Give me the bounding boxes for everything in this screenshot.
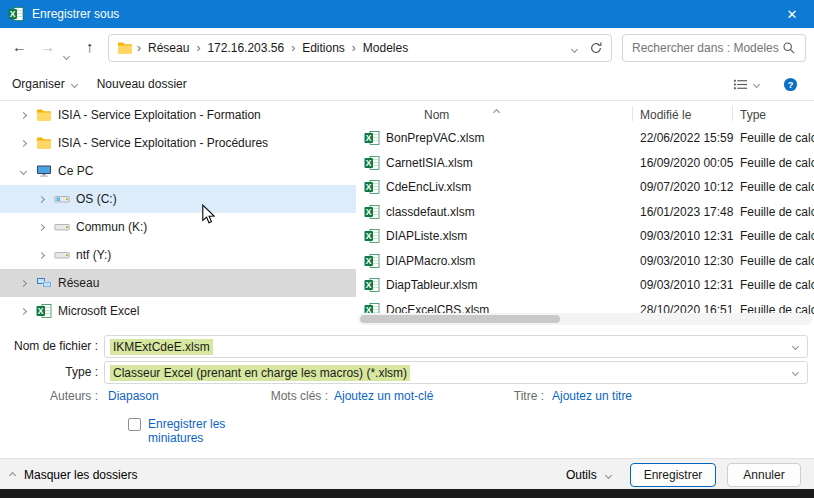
save-thumbnails-label: Enregistrer les miniatures xyxy=(148,417,242,445)
column-divider xyxy=(632,106,633,121)
chevron-right-icon[interactable] xyxy=(16,141,30,146)
excel-file-icon: X xyxy=(364,228,380,244)
breadcrumb-item[interactable]: Modeles xyxy=(358,41,413,55)
metadata-row: Auteurs : Diapason Mots clés : Ajoutez u… xyxy=(0,389,814,405)
chevron-right-icon[interactable] xyxy=(16,309,30,314)
tree-item-label: ntf (Y:) xyxy=(76,248,111,262)
excel-icon: X xyxy=(36,303,52,319)
svg-text:X: X xyxy=(366,182,372,192)
file-row[interactable]: XDIAPMacro.xlsm09/03/2010 12:30Feuille d… xyxy=(356,249,814,274)
save-thumbnails-checkbox[interactable] xyxy=(128,418,141,431)
chevron-down-icon[interactable] xyxy=(792,369,799,376)
authors-value[interactable]: Diapason xyxy=(108,389,159,403)
save-button[interactable]: Enregistrer xyxy=(630,463,716,487)
file-modified: 16/09/2020 00:05 xyxy=(640,156,740,170)
svg-text:X: X xyxy=(366,158,372,168)
filetype-label: Type : xyxy=(0,365,98,379)
file-type: Feuille de calc xyxy=(740,229,814,243)
column-divider xyxy=(732,106,733,121)
filetype-select[interactable]: Classeur Excel (prenant en charge les ma… xyxy=(104,361,808,384)
column-header-name[interactable]: Nom xyxy=(424,108,449,122)
up-button[interactable]: ↑ xyxy=(86,38,94,55)
excel-file-icon: X xyxy=(364,277,380,293)
address-dropdown-icon[interactable] xyxy=(572,41,577,55)
excel-file-icon: X xyxy=(364,204,380,220)
drive-icon xyxy=(54,219,70,235)
breadcrumb-item[interactable]: Réseau xyxy=(143,41,194,55)
back-button[interactable]: ← xyxy=(12,38,27,55)
chevron-down-icon[interactable] xyxy=(16,169,30,174)
chevron-down-icon[interactable] xyxy=(792,343,799,350)
tree-item-isia-procedures[interactable]: ISIA - Service Exploitation - Procédures xyxy=(0,129,356,157)
chevron-right-icon[interactable] xyxy=(34,253,48,258)
tree-item-label: Ce PC xyxy=(58,164,93,178)
title-add-link[interactable]: Ajoutez un titre xyxy=(552,389,632,403)
column-header-modified[interactable]: Modifié le xyxy=(640,108,691,122)
navigation-bar: ← → ↑ ›Réseau›172.16.203.56›Editions›Mod… xyxy=(0,28,814,68)
title-label: Titre : xyxy=(476,389,544,403)
tools-dropdown[interactable]: Outils xyxy=(566,468,611,482)
scrollbar-thumb[interactable] xyxy=(360,315,560,323)
filename-input[interactable]: IKMExtCdeE.xlsm xyxy=(104,335,808,358)
breadcrumb-item[interactable]: 172.16.203.56 xyxy=(202,41,289,55)
file-type: Feuille de calc xyxy=(740,131,814,145)
excel-file-icon: X xyxy=(364,179,380,195)
file-name: BonPrepVAC.xlsm xyxy=(386,131,484,145)
save-thumbnails-option[interactable]: Enregistrer les miniatures xyxy=(128,417,242,445)
tree-item-os-c[interactable]: OS (C:) xyxy=(0,185,356,213)
file-row[interactable]: XDiapTableur.xlsm09/03/2010 12:31Feuille… xyxy=(356,273,814,298)
organize-button[interactable]: Organiser xyxy=(12,77,77,91)
chevron-down-icon xyxy=(63,53,70,60)
file-row[interactable]: XCdeEncLiv.xlsm09/07/2020 10:12Feuille d… xyxy=(356,175,814,200)
help-icon[interactable]: ? xyxy=(783,77,798,92)
chevron-down-icon xyxy=(753,80,760,87)
os-drive-icon xyxy=(54,191,70,207)
chevron-right-icon[interactable] xyxy=(16,281,30,286)
close-button[interactable]: ✕ xyxy=(770,0,814,28)
file-type: Feuille de calc xyxy=(740,205,814,219)
keywords-add-link[interactable]: Ajoutez un mot-clé xyxy=(334,389,433,403)
address-bar[interactable]: ›Réseau›172.16.203.56›Editions›Modeles xyxy=(108,34,612,62)
chevron-right-icon[interactable] xyxy=(34,225,48,230)
forward-button[interactable]: → xyxy=(40,38,55,55)
file-name: DIAPMacro.xlsm xyxy=(386,254,475,268)
file-name: classdefaut.xlsm xyxy=(386,205,475,219)
file-row[interactable]: Xclassdefaut.xlsm16/01/2023 17:48Feuille… xyxy=(356,200,814,225)
new-folder-button[interactable]: Nouveau dossier xyxy=(97,77,187,91)
file-list: Nom Modifié le Type XBonPrepVAC.xlsm22/0… xyxy=(356,101,814,330)
file-row[interactable]: XBonPrepVAC.xlsm22/06/2022 15:59Feuille … xyxy=(356,126,814,151)
excel-file-icon: X xyxy=(364,253,380,269)
column-header-type[interactable]: Type xyxy=(740,108,766,122)
filetype-value: Classeur Excel (prenant en charge les ma… xyxy=(110,365,410,381)
file-name: DIAPListe.xlsm xyxy=(386,229,467,243)
file-row[interactable]: XCarnetISIA.xlsm16/09/2020 00:05Feuille … xyxy=(356,151,814,176)
folder-icon xyxy=(36,107,52,123)
tree-item-microsoft-excel[interactable]: XMicrosoft Excel xyxy=(0,297,356,325)
footer-bar: Masquer les dossiers Outils Enregistrer … xyxy=(0,458,814,489)
chevron-right-icon[interactable] xyxy=(16,113,30,118)
view-options-button[interactable] xyxy=(733,77,759,92)
chevron-right-icon[interactable] xyxy=(34,197,48,202)
search-icon[interactable] xyxy=(782,41,796,55)
breadcrumb-item[interactable]: Editions xyxy=(297,41,350,55)
cancel-button[interactable]: Annuler xyxy=(727,463,801,487)
filename-label: Nom de fichier : xyxy=(0,339,98,353)
main-area: ISIA - Service Exploitation - FormationI… xyxy=(0,101,814,330)
tree-item-commun-k[interactable]: Commun (K:) xyxy=(0,213,356,241)
tree-item-ntf-y[interactable]: ntf (Y:) xyxy=(0,241,356,269)
tree-item-reseau[interactable]: Réseau xyxy=(0,269,356,297)
hide-folders-button[interactable]: Masquer les dossiers xyxy=(10,468,137,482)
command-bar: Organiser Nouveau dossier ? xyxy=(0,68,814,101)
excel-file-icon: X xyxy=(364,155,380,171)
file-modified: 09/03/2010 12:31 xyxy=(640,229,740,243)
tree-item-isia-formation[interactable]: ISIA - Service Exploitation - Formation xyxy=(0,101,356,129)
horizontal-scrollbar[interactable] xyxy=(358,313,812,325)
refresh-icon[interactable] xyxy=(589,41,603,55)
excel-file-icon: X xyxy=(364,130,380,146)
list-header: Nom Modifié le Type xyxy=(356,101,814,126)
recent-locations-button[interactable] xyxy=(64,45,69,62)
tree-item-label: Commun (K:) xyxy=(76,220,147,234)
search-box[interactable]: Rechercher dans : Modeles xyxy=(622,34,806,62)
tree-item-ce-pc[interactable]: Ce PC xyxy=(0,157,356,185)
file-row[interactable]: XDIAPListe.xlsm09/03/2010 12:31Feuille d… xyxy=(356,224,814,249)
